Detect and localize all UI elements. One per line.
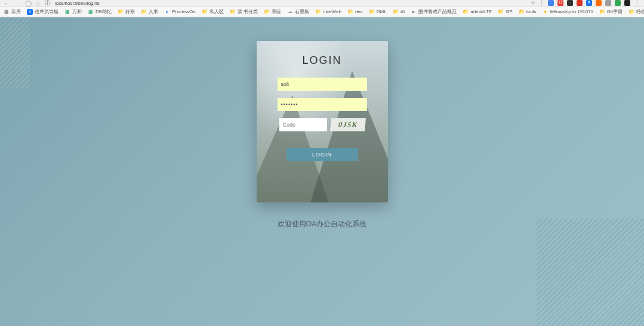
- cloud-icon: ☁: [287, 9, 293, 15]
- grid-icon: ▦: [64, 9, 70, 15]
- forward-button[interactable]: →: [14, 0, 20, 7]
- welcome-text: 欢迎使用OA办公自动化系统: [278, 219, 366, 229]
- bookmark-label: 禁 书分类: [238, 8, 258, 15]
- login-button[interactable]: LOGIN: [286, 148, 358, 161]
- page-icon: ▸: [411, 9, 417, 15]
- bookmark-item[interactable]: 📁禁 书分类: [230, 8, 258, 15]
- extension-icon[interactable]: O: [557, 0, 563, 6]
- browser-toolbar: ← → ◯ ⌂ ⓘ localhost:8088/logins ☆ O K ⋮: [0, 0, 644, 7]
- page-icon: f: [27, 9, 33, 15]
- bookmark-label: adminLTE: [470, 9, 492, 14]
- extension-icon[interactable]: [596, 0, 602, 6]
- bookmark-item[interactable]: ☁石墨集: [287, 8, 309, 15]
- back-button[interactable]: ←: [4, 0, 10, 7]
- bookmark-label: 图件将成产品规范: [418, 8, 457, 15]
- folder-icon: 📁: [347, 9, 353, 15]
- folder-icon: 📁: [628, 9, 634, 15]
- bookmark-label: niceWeb: [323, 9, 341, 14]
- bookmark-item[interactable]: ▦应用: [4, 8, 21, 15]
- folder-icon: 📁: [118, 9, 124, 15]
- bookmark-item[interactable]: 📁特战: [628, 8, 644, 15]
- extension-icon[interactable]: [577, 0, 583, 6]
- bookmark-item[interactable]: 📁dev: [347, 9, 363, 15]
- bookmark-item[interactable]: 📁人事: [141, 8, 158, 15]
- bookmark-item[interactable]: f程序员导航: [27, 8, 58, 15]
- bookmark-item[interactable]: ▸图件将成产品规范: [411, 8, 457, 15]
- extension-icon[interactable]: [548, 0, 554, 6]
- page-content: LOGIN 0J5K LOGIN 欢迎使用OA办公自动化系统: [0, 17, 644, 326]
- bookmark-item[interactable]: ▦DB助忆: [88, 8, 112, 15]
- captcha-input[interactable]: [279, 118, 327, 131]
- extensions-tray: ☆ O K ⋮: [531, 0, 640, 7]
- bookmark-item[interactable]: 📁DML: [369, 9, 387, 15]
- extension-icon[interactable]: [605, 0, 611, 6]
- folder-icon: 📁: [498, 9, 504, 15]
- bookmark-label: 好东: [125, 8, 135, 15]
- folder-icon: 📁: [230, 9, 236, 15]
- bg-pattern-left: [0, 17, 30, 89]
- login-card: LOGIN 0J5K LOGIN: [257, 41, 388, 202]
- grid-icon: ▦: [88, 9, 94, 15]
- folder-icon: 📁: [519, 9, 525, 15]
- folder-icon: 📁: [369, 9, 375, 15]
- folder-icon: 📁: [463, 9, 469, 15]
- login-title: LOGIN: [302, 54, 341, 67]
- bookmark-item[interactable]: ▸ProcessOn: [164, 9, 196, 15]
- menu-icon[interactable]: ⋮: [634, 0, 640, 7]
- username-input[interactable]: [278, 78, 367, 91]
- bookmark-label: fellowship.io:19107/i: [550, 9, 593, 14]
- login-form: 0J5K LOGIN: [278, 78, 367, 161]
- grid-icon: ▦: [4, 9, 10, 15]
- bookmarks-bar: ▦应用f程序员导航▦万和▦DB助忆📁好东📁人事▸ProcessOn📁私人区📁禁 …: [0, 7, 644, 17]
- bookmark-item[interactable]: ★fellowship.io:19107/i: [543, 9, 593, 15]
- folder-icon: 📁: [264, 9, 270, 15]
- extension-icon[interactable]: [567, 0, 573, 6]
- bookmark-item[interactable]: 📁系统: [264, 8, 281, 15]
- bookmark-item[interactable]: 📁niceWeb: [315, 9, 341, 15]
- bookmark-item[interactable]: 📁Git手册: [599, 8, 623, 15]
- folder-icon: 📁: [202, 9, 208, 15]
- bookmark-label: 程序员导航: [35, 8, 58, 15]
- bookmark-label: GP: [506, 9, 513, 14]
- bookmark-label: 私人区: [209, 8, 224, 15]
- bookmark-label: 应用: [11, 8, 21, 15]
- bookmark-label: tools: [526, 9, 537, 14]
- captcha-image[interactable]: 0J5K: [330, 118, 366, 131]
- bookmark-label: AI: [400, 9, 405, 14]
- bookmark-label: DB助忆: [95, 8, 112, 15]
- bookmark-label: 特战: [636, 8, 644, 15]
- home-button[interactable]: ⌂: [36, 0, 40, 7]
- extension-icon[interactable]: K: [586, 0, 592, 6]
- bookmark-label: ProcessOn: [172, 9, 196, 14]
- password-input[interactable]: [278, 98, 367, 111]
- star-icon: ★: [543, 9, 549, 15]
- captcha-row: 0J5K: [279, 118, 365, 131]
- folder-icon: 📁: [315, 9, 321, 15]
- bookmark-item[interactable]: 📁GP: [498, 9, 513, 15]
- extension-icon[interactable]: [624, 0, 630, 6]
- bookmark-item[interactable]: ▦万和: [64, 8, 82, 15]
- bookmark-label: 万和: [72, 8, 82, 15]
- bookmark-item[interactable]: 📁AI: [393, 9, 405, 15]
- bookmark-label: dev: [355, 9, 363, 14]
- reload-button[interactable]: ◯: [25, 0, 32, 7]
- divider: [541, 0, 542, 6]
- bookmark-label: Git手册: [607, 8, 623, 15]
- bg-pattern-right: [537, 219, 644, 326]
- folder-icon: 📁: [599, 9, 605, 15]
- insecure-icon: ⓘ: [45, 0, 50, 7]
- bookmark-label: 系统: [272, 8, 281, 15]
- bookmark-item[interactable]: 📁私人区: [202, 8, 224, 15]
- bookmark-label: 石墨集: [295, 8, 309, 15]
- bookmark-star-icon[interactable]: ☆: [531, 0, 535, 6]
- bookmark-label: 人事: [149, 8, 158, 15]
- folder-icon: 📁: [393, 9, 399, 15]
- page-icon: ▸: [164, 9, 170, 15]
- address-bar[interactable]: localhost:8088/logins: [55, 1, 100, 6]
- bookmark-label: DML: [377, 9, 387, 14]
- extension-icon[interactable]: [615, 0, 621, 6]
- bookmark-item[interactable]: 📁好东: [118, 8, 135, 15]
- bookmark-item[interactable]: 📁tools: [519, 9, 537, 15]
- bookmark-item[interactable]: 📁adminLTE: [463, 9, 492, 15]
- folder-icon: 📁: [141, 9, 147, 15]
